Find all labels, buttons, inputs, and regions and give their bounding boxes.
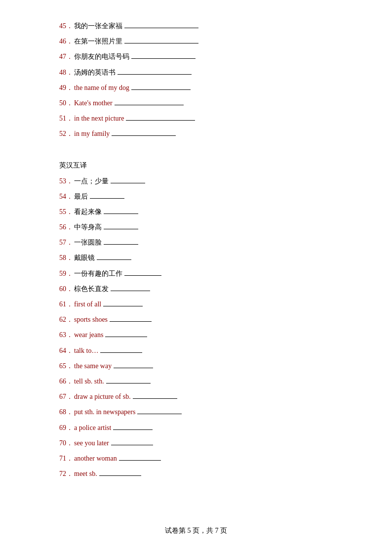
item-61-text: first of all [74, 298, 101, 310]
item-58-text: 戴眼镜 [74, 252, 95, 264]
item-52-text: in my family [74, 128, 110, 140]
page: 45． 我的一张全家福 46． 在第一张照片里 47． 你朋友的电话号码 48．… [0, 0, 392, 555]
item-59-text: 一份有趣的工作 [74, 267, 122, 280]
item-54-num: 54． [59, 190, 74, 203]
item-65: 65． the same way [59, 360, 343, 372]
section-label: 英汉互译 [59, 161, 343, 170]
item-63-line [105, 337, 147, 337]
item-59-num: 59． [59, 267, 74, 280]
item-72: 72． meet sb. [59, 468, 343, 480]
item-46-line [124, 43, 198, 43]
item-52-num: 52． [59, 128, 74, 140]
item-62-text: sports shoes [74, 313, 108, 326]
blank-separator [59, 143, 343, 151]
item-55: 55． 看起来像 [59, 206, 343, 218]
items-53-72: 53． 一点；少量 54． 最后 55． 看起来像 56． 中等身高 57． 一… [59, 175, 343, 480]
item-67: 67． draw a picture of sb. [59, 390, 343, 403]
item-65-num: 65． [59, 360, 74, 372]
item-47-line [131, 58, 196, 59]
item-51: 51． in the next picture [59, 112, 343, 125]
item-68: 68． put sth. in newspapers [59, 406, 343, 418]
item-63-num: 63． [59, 329, 74, 341]
item-55-text: 看起来像 [74, 206, 102, 218]
item-53-line [111, 183, 145, 183]
item-72-num: 72． [59, 468, 74, 480]
item-53-num: 53． [59, 175, 74, 187]
item-68-line [137, 414, 182, 414]
item-47-num: 47． [59, 50, 74, 63]
item-69-text: a police artist [74, 422, 111, 434]
item-56-num: 56． [59, 221, 74, 233]
item-54-text: 最后 [74, 190, 88, 203]
item-61-line [103, 306, 143, 306]
item-63-text: wear jeans [74, 329, 103, 341]
item-49-line [131, 89, 191, 90]
item-70-text: see you later [74, 437, 109, 449]
item-47: 47． 你朋友的电话号码 [59, 50, 343, 63]
item-66: 66． tell sb. sth. [59, 375, 343, 387]
item-60-num: 60． [59, 283, 74, 295]
item-62: 62． sports shoes [59, 313, 343, 326]
item-66-line [106, 383, 151, 384]
item-63: 63． wear jeans [59, 329, 343, 341]
items-45-52: 45． 我的一张全家福 46． 在第一张照片里 47． 你朋友的电话号码 48．… [59, 20, 343, 140]
item-67-num: 67． [59, 390, 74, 403]
item-65-line [114, 368, 153, 368]
item-71-text: another woman [74, 452, 117, 465]
item-62-num: 62． [59, 313, 74, 326]
item-46-num: 46． [59, 35, 74, 47]
item-61-num: 61． [59, 298, 74, 310]
item-58: 58． 戴眼镜 [59, 252, 343, 264]
item-57-num: 57． [59, 236, 74, 249]
item-70: 70． see you later [59, 437, 343, 449]
item-49-num: 49． [59, 82, 74, 94]
item-45-text: 我的一张全家福 [74, 20, 122, 32]
item-51-line [126, 120, 195, 121]
item-69: 69． a police artist [59, 422, 343, 434]
item-66-text: tell sb. sth. [74, 375, 104, 387]
item-58-line [97, 259, 131, 260]
item-59: 59． 一份有趣的工作 [59, 267, 343, 280]
item-51-num: 51． [59, 112, 74, 125]
item-50-line [115, 105, 184, 105]
item-70-num: 70． [59, 437, 74, 449]
item-64-text: talk to… [74, 344, 98, 357]
item-49: 49． the name of my dog [59, 82, 343, 94]
item-67-text: draw a picture of sb. [74, 390, 131, 403]
item-71: 71． another woman [59, 452, 343, 465]
item-57-line [104, 244, 138, 245]
item-66-num: 66． [59, 375, 74, 387]
item-53: 53． 一点；少量 [59, 175, 343, 187]
item-51-text: in the next picture [74, 112, 124, 125]
item-48: 48． 汤姆的英语书 [59, 66, 343, 79]
item-68-text: put sth. in newspapers [74, 406, 135, 418]
item-45: 45． 我的一张全家福 [59, 20, 343, 32]
item-55-num: 55． [59, 206, 74, 218]
item-45-line [124, 28, 198, 28]
item-56-line [104, 229, 138, 229]
item-60: 60． 棕色长直发 [59, 283, 343, 295]
item-71-num: 71． [59, 452, 74, 465]
item-64-line [100, 352, 142, 353]
item-46: 46． 在第一张照片里 [59, 35, 343, 47]
item-62-line [110, 321, 152, 322]
item-69-num: 69． [59, 422, 74, 434]
item-52-line [112, 135, 176, 136]
item-54-line [90, 198, 124, 199]
item-50-text: Kate's mother [74, 97, 113, 109]
item-49-text: the name of my dog [74, 82, 129, 94]
item-54: 54． 最后 [59, 190, 343, 203]
item-60-text: 棕色长直发 [74, 283, 109, 295]
item-48-line [118, 74, 192, 75]
footer: 试卷第 5 页，共 7 页 [0, 526, 392, 535]
item-60-line [111, 291, 150, 291]
item-48-num: 48． [59, 66, 74, 79]
item-52: 52． in my family [59, 128, 343, 140]
item-46-text: 在第一张照片里 [74, 35, 122, 47]
item-72-text: meet sb. [74, 468, 97, 480]
item-68-num: 68． [59, 406, 74, 418]
item-65-text: the same way [74, 360, 112, 372]
item-50-num: 50． [59, 97, 74, 109]
item-56: 56． 中等身高 [59, 221, 343, 233]
item-72-line [99, 475, 141, 476]
